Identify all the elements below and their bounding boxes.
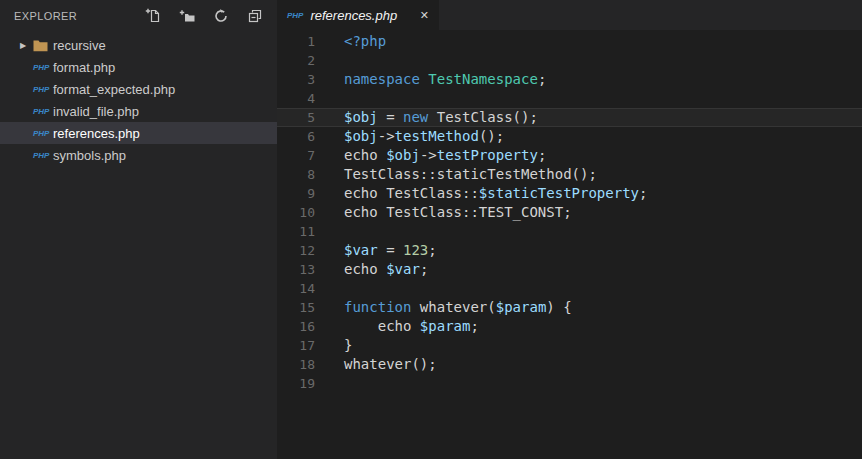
line-number: 14 (277, 279, 315, 298)
explorer-title: EXPLORER (14, 10, 145, 22)
code-editor: 1<?php23namespace TestNamespace;45$obj =… (277, 30, 862, 459)
line-number: 12 (277, 241, 315, 260)
new-folder-button[interactable] (179, 8, 195, 24)
code-line[interactable]: 9echo TestClass::$staticTestProperty; (277, 184, 862, 203)
code-text (315, 279, 344, 298)
code-token: ; (639, 185, 647, 201)
code-text: echo TestClass::$staticTestProperty; (315, 184, 647, 203)
line-number: 5 (277, 108, 315, 127)
php-file-icon: PHP (33, 107, 53, 116)
code-text (315, 89, 344, 108)
explorer-sidebar: EXPLORER (0, 0, 277, 459)
tree-item-invalid-file-php[interactable]: PHPinvalid_file.php (0, 100, 277, 122)
code-token: ) { (546, 299, 571, 315)
folder-icon (33, 39, 53, 52)
code-token: $var (344, 242, 378, 258)
code-line[interactable]: 7echo $obj->testProperty; (277, 146, 862, 165)
php-file-icon: PHP (33, 129, 53, 138)
code-text: } (315, 336, 352, 355)
code-text: $var = 123; (315, 241, 437, 260)
tab-bar: PHP references.php ✕ (277, 0, 862, 30)
code-token: 123 (403, 242, 428, 258)
code-token: whatever(); (344, 356, 437, 372)
line-number: 13 (277, 260, 315, 279)
code-token: $staticTestProperty (479, 185, 639, 201)
php-file-icon: PHP (287, 11, 303, 20)
code-token: = (378, 109, 403, 125)
code-token: } (344, 337, 352, 353)
code-text: echo $var; (315, 260, 428, 279)
code-token: echo (344, 261, 386, 277)
line-number: 2 (277, 51, 315, 70)
code-line[interactable]: 4 (277, 89, 862, 108)
tab-references-php[interactable]: PHP references.php ✕ (277, 0, 439, 30)
line-number: 19 (277, 374, 315, 393)
new-file-button[interactable] (145, 8, 161, 24)
code-text: $obj = new TestClass(); (315, 108, 538, 127)
code-token: $var (386, 261, 420, 277)
code-text: echo TestClass::TEST_CONST; (315, 203, 572, 222)
code-text (315, 374, 344, 393)
code-line[interactable]: 3namespace TestNamespace; (277, 70, 862, 89)
tree-item-references-php[interactable]: PHPreferences.php (0, 122, 277, 144)
code-line[interactable]: 8TestClass::staticTestMethod(); (277, 165, 862, 184)
line-number: 9 (277, 184, 315, 203)
code-line[interactable]: 17} (277, 336, 862, 355)
line-number: 3 (277, 70, 315, 89)
code-token: <?php (344, 33, 386, 49)
file-label: format.php (53, 60, 115, 75)
file-label: invalid_file.php (53, 104, 139, 119)
code-line[interactable]: 11 (277, 222, 862, 241)
code-line[interactable]: 1<?php (277, 32, 862, 51)
new-file-icon (145, 8, 161, 24)
code-token: ; (420, 261, 428, 277)
vscode-window: EXPLORER (0, 0, 862, 459)
code-line[interactable]: 15function whatever($param) { (277, 298, 862, 317)
file-label: symbols.php (53, 148, 126, 163)
php-file-icon: PHP (33, 63, 53, 72)
line-number: 6 (277, 127, 315, 146)
code-line[interactable]: 2 (277, 51, 862, 70)
code-text: echo $obj->testProperty; (315, 146, 546, 165)
code-line[interactable]: 19 (277, 374, 862, 393)
file-label: recursive (53, 38, 106, 53)
code-line[interactable]: 13echo $var; (277, 260, 862, 279)
code-token: testProperty (437, 147, 538, 163)
tab-close-icon[interactable]: ✕ (420, 10, 429, 21)
collapse-all-button[interactable] (247, 8, 263, 24)
tree-item-recursive[interactable]: ▶recursive (0, 34, 277, 56)
code-line[interactable]: 12$var = 123; (277, 241, 862, 260)
php-file-icon: PHP (33, 151, 53, 160)
code-text: whatever(); (315, 355, 437, 374)
tab-title: references.php (310, 8, 411, 23)
code-line[interactable]: 16 echo $param; (277, 317, 862, 336)
line-number: 4 (277, 89, 315, 108)
code-line[interactable]: 5$obj = new TestClass(); (277, 108, 862, 127)
tree-item-format-expected-php[interactable]: PHPformat_expected.php (0, 78, 277, 100)
tree-item-symbols-php[interactable]: PHPsymbols.php (0, 144, 277, 166)
code-token: testMethod (395, 128, 479, 144)
code-token: echo (344, 318, 420, 334)
explorer-header: EXPLORER (0, 0, 277, 31)
code-text: <?php (315, 32, 386, 51)
code-line[interactable]: 14 (277, 279, 862, 298)
line-number: 8 (277, 165, 315, 184)
code-token: echo TestClass::TEST_CONST; (344, 204, 572, 220)
refresh-button[interactable] (213, 8, 229, 24)
new-folder-icon (179, 8, 195, 24)
code-text (315, 222, 344, 241)
code-token: ; (538, 71, 546, 87)
code-token: TestClass::staticTestMethod(); (344, 166, 597, 182)
code-token: echo (344, 147, 386, 163)
code-line[interactable]: 18whatever(); (277, 355, 862, 374)
refresh-icon (213, 8, 229, 24)
code-token: function (344, 299, 411, 315)
code-line[interactable]: 10echo TestClass::TEST_CONST; (277, 203, 862, 222)
tree-item-format-php[interactable]: PHPformat.php (0, 56, 277, 78)
code-token: new (403, 109, 428, 125)
code-line[interactable]: 6$obj->testMethod(); (277, 127, 862, 146)
code-text: $obj->testMethod(); (315, 127, 504, 146)
code-token: -> (378, 128, 395, 144)
code-token: = (378, 242, 403, 258)
code-text: TestClass::staticTestMethod(); (315, 165, 597, 184)
